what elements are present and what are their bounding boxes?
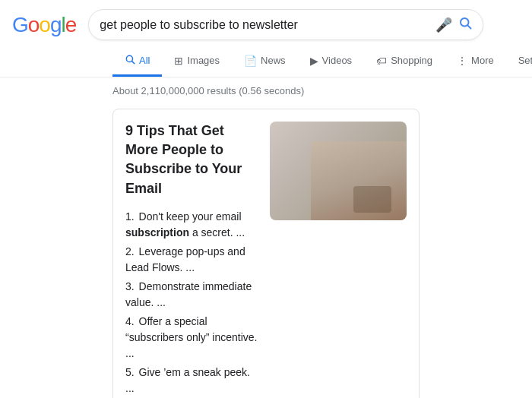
search-icon[interactable] [458, 16, 472, 33]
shopping-icon: 🏷 [376, 55, 387, 67]
logo-letter-o1: o [28, 13, 40, 37]
bold-subscription: subscription [125, 226, 189, 238]
tab-all-label: All [139, 55, 150, 66]
tab-images-label: Images [187, 55, 220, 66]
tab-videos-label: Videos [322, 55, 353, 66]
tab-images[interactable]: ⊞ Images [162, 47, 232, 77]
search-bar[interactable]: 🎤 [88, 9, 483, 40]
result-content: 9 Tips That Get More People to Subscribe… [125, 122, 258, 398]
svg-line-3 [132, 62, 135, 64]
news-icon: 📄 [244, 55, 257, 67]
list-item: 5. Give ’em a sneak peek. ... [125, 363, 258, 398]
result-card-title: 9 Tips That Get More People to Subscribe… [125, 122, 258, 198]
tab-shopping-label: Shopping [391, 55, 432, 66]
tab-all[interactable]: All [112, 46, 162, 77]
all-icon [125, 54, 135, 67]
main-result-card: 9 Tips That Get More People to Subscribe… [112, 109, 420, 398]
list-item: 4. Offer a special “subscribers only” in… [125, 312, 258, 363]
svg-line-1 [468, 25, 471, 28]
result-list: 1. Don't keep your email subscription a … [125, 207, 258, 398]
images-icon: ⊞ [174, 55, 183, 67]
more-icon: ⋮ [457, 55, 467, 67]
logo-letter-g: G [12, 13, 28, 37]
settings-label: Settings [518, 55, 532, 66]
list-item: 2. Leverage pop-ups and Lead Flows. ... [125, 242, 258, 277]
results-count: About 2,110,000,000 results (0.56 second… [112, 85, 304, 96]
google-logo: Google [12, 13, 76, 37]
tab-news[interactable]: 📄 News [232, 47, 298, 77]
logo-letter-o2: o [39, 13, 50, 37]
tab-news-label: News [261, 55, 286, 66]
nav-tabs: All ⊞ Images 📄 News ▶ Videos 🏷 Shopping … [0, 46, 532, 77]
tab-videos[interactable]: ▶ Videos [298, 47, 365, 77]
search-input[interactable] [100, 18, 429, 32]
logo-letter-e: e [65, 13, 77, 37]
videos-icon: ▶ [310, 55, 318, 67]
tab-more[interactable]: ⋮ More [445, 47, 506, 77]
list-item: 1. Don't keep your email subscription a … [125, 207, 258, 242]
result-thumbnail [270, 122, 407, 220]
header: Google 🎤 [0, 0, 532, 46]
results-info: About 2,110,000,000 results (0.56 second… [0, 77, 532, 101]
tab-settings[interactable]: Settings [506, 47, 532, 76]
tab-more-label: More [471, 55, 494, 66]
tab-shopping[interactable]: 🏷 Shopping [364, 47, 445, 77]
logo-letter-g2: g [50, 13, 62, 37]
list-item: 3. Demonstrate immediate value. ... [125, 277, 258, 312]
microphone-icon[interactable]: 🎤 [435, 17, 452, 33]
